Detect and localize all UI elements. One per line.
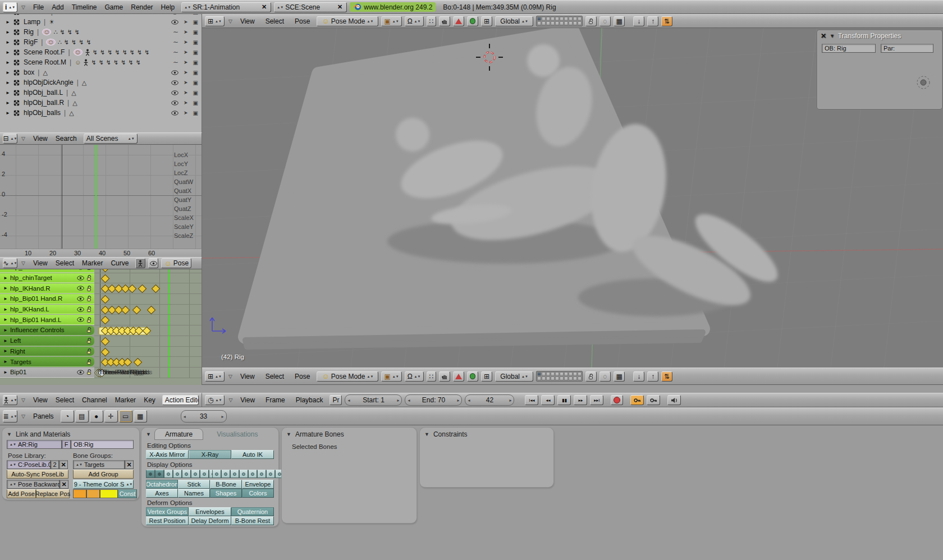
viewport-menu-view[interactable]: View xyxy=(236,17,259,25)
ipo-channel-quatw[interactable]: QuatW xyxy=(174,178,193,185)
transport-jump-start-button[interactable]: Ι◂◂ xyxy=(525,395,538,405)
keyframe-diamond[interactable] xyxy=(101,347,110,356)
outliner-collapse-icon[interactable]: ▽ xyxy=(20,136,26,141)
channel-keys-area[interactable] xyxy=(94,305,202,315)
timeline-type-button[interactable]: ◷▲▼ xyxy=(205,395,225,405)
proportional-edit-button[interactable]: ◌ xyxy=(599,16,611,26)
outliner-area[interactable]: ►Camera|➤▣►Lamp|☀➤▣►Rig|☺∴↯↯↯∼➤▣►RigF|☺∴… xyxy=(0,14,202,132)
outliner-row[interactable]: ►Scene Root.F|☺↯↯↯↯↯↯↯↯∼➤▣ xyxy=(0,47,202,57)
outliner-row[interactable]: ►RigF|☺∴↯↯↯↯∼➤▣ xyxy=(0,37,202,47)
bone-group-field[interactable]: ▲▼ Targets xyxy=(73,460,125,469)
render-preview-button[interactable]: ▦ xyxy=(614,16,625,26)
toggle-stick[interactable]: Stick xyxy=(178,480,210,489)
channel-lock-icon[interactable] xyxy=(86,285,92,292)
restrict-render-icon[interactable]: ▣ xyxy=(193,70,198,76)
draw-type-dropdown[interactable]: ▣▲▼ xyxy=(381,16,401,26)
layer-cell[interactable] xyxy=(578,17,582,21)
action-channel-row[interactable]: ►hlp_Bip01 Hand.R xyxy=(0,294,202,305)
expand-icon[interactable]: ► xyxy=(3,307,8,312)
toggle-vertex-groups[interactable]: Vertex Groups xyxy=(146,507,189,516)
channel-visibility-icon[interactable] xyxy=(77,276,84,281)
ipo-graph-area[interactable]: 420-2-4LocXLocYLocZQuatWQuatXQuatYQuatZS… xyxy=(0,145,202,249)
layer-cell[interactable] xyxy=(560,21,564,25)
shading-context-button[interactable]: ● xyxy=(90,410,103,423)
keyframe-diamond[interactable] xyxy=(147,305,156,314)
ipo-channel-locx[interactable]: LocX xyxy=(174,152,188,158)
scale-tool-button[interactable] xyxy=(467,371,478,382)
editor-type-dropdown[interactable]: Action Editor xyxy=(162,395,199,405)
copy-pose-button[interactable]: ↓ xyxy=(633,371,644,382)
toggle-names[interactable]: Names xyxy=(178,489,210,498)
channel-visibility-icon[interactable] xyxy=(77,370,84,375)
screen-delete-icon[interactable]: ✕ xyxy=(260,3,268,11)
paste-flipped-pose-button[interactable]: ⇅ xyxy=(661,16,672,26)
viewport-type-button[interactable]: ⊞▲▼ xyxy=(205,371,225,382)
end-frame-field[interactable]: ◂End: 70▸ xyxy=(405,394,462,406)
ipo-type-dropdown[interactable]: ☺ Pose xyxy=(161,258,191,268)
layer-cell[interactable] xyxy=(564,372,568,376)
buttons-collapse-icon[interactable]: ▽ xyxy=(20,414,26,419)
armature-layer-cell[interactable] xyxy=(164,470,173,478)
restrict-render-icon[interactable]: ▣ xyxy=(193,110,198,116)
channel-name-bar[interactable]: ►Bip01 xyxy=(0,368,94,378)
manipulator-toggle-button[interactable]: ∷ xyxy=(427,371,437,382)
outliner-row[interactable]: ►hlpObj_ball.R|△➤▣ xyxy=(0,98,202,108)
keyframe-diamond[interactable] xyxy=(101,274,110,283)
action-channel-row[interactable]: ►hlp_IKHand.L xyxy=(0,305,202,315)
transport-step-forward-button[interactable]: ▸▸ xyxy=(574,395,587,405)
layer-cell[interactable] xyxy=(542,17,546,21)
armature-layer-cell[interactable] xyxy=(248,470,257,478)
restrict-view-icon[interactable]: ∼ xyxy=(173,28,178,36)
channel-name-bar[interactable]: ►Influencer Controls xyxy=(0,325,94,336)
layer-cell[interactable] xyxy=(578,372,582,376)
viewport-menu-select[interactable]: Select xyxy=(262,17,288,25)
channel-name-bar[interactable]: ►hlp_chinTarget xyxy=(0,273,94,283)
keyframe-diamond[interactable] xyxy=(121,305,130,314)
expand-icon[interactable]: ► xyxy=(3,348,8,354)
ipo-channel-quatx[interactable]: QuatX xyxy=(174,187,191,194)
rotate-tool-button[interactable] xyxy=(453,371,464,382)
ipo-menu-select[interactable]: Select xyxy=(52,259,78,267)
layer-cell[interactable] xyxy=(537,17,541,21)
start-frame-field[interactable]: ◂Start: 1▸ xyxy=(345,394,402,406)
keyframe-diamond[interactable] xyxy=(101,316,110,325)
action-channel-row[interactable]: ►hlp_Bip01 Hand.L xyxy=(0,315,202,325)
expand-icon[interactable]: ► xyxy=(3,328,8,333)
channel-keys-area[interactable] xyxy=(94,273,202,284)
scene-stepper-icon[interactable]: ▲▼ xyxy=(277,6,283,8)
expand-icon[interactable]: ► xyxy=(6,40,11,45)
restrict-select-icon[interactable]: ➤ xyxy=(184,70,188,75)
group-color-swatch-1[interactable] xyxy=(73,489,86,498)
viewport-menu-pose[interactable]: Pose xyxy=(291,17,314,25)
ipo-menu-marker[interactable]: Marker xyxy=(78,259,107,267)
armature-layer-cell[interactable] xyxy=(266,470,275,478)
outliner-row[interactable]: ►box|△➤▣ xyxy=(0,67,202,77)
preview-range-button[interactable]: Pr xyxy=(329,395,342,405)
restrict-render-icon[interactable]: ▣ xyxy=(193,14,198,15)
tab-armature[interactable]: Armature xyxy=(155,429,203,439)
transport-jump-end-button[interactable]: ▸▸Ι xyxy=(590,395,603,405)
action-channel-row[interactable]: ►Right xyxy=(0,347,202,357)
timeline-menu-frame[interactable]: Frame xyxy=(262,396,289,404)
layer-cell[interactable] xyxy=(546,372,550,376)
timeline-menu-playback[interactable]: Playback xyxy=(292,396,327,404)
toggle-b-bone-rest[interactable]: B-Bone Rest xyxy=(231,516,274,525)
restrict-render-icon[interactable]: ▣ xyxy=(193,19,198,25)
layer-cell[interactable] xyxy=(546,377,550,380)
layer-cell[interactable] xyxy=(537,21,541,25)
channel-name-bar[interactable]: ►hlp_Bip01 Hand.R xyxy=(0,294,94,304)
armature-layer-cell[interactable] xyxy=(257,470,266,478)
layer-cell[interactable] xyxy=(578,377,582,380)
layer-cell[interactable] xyxy=(573,21,577,25)
restrict-render-icon[interactable]: ▣ xyxy=(193,29,198,35)
layers-widget[interactable] xyxy=(536,371,583,382)
theme-color-dropdown[interactable]: 9 - Theme Color S ▲▼ xyxy=(73,480,134,489)
restrict-render-icon[interactable]: ▣ xyxy=(193,59,198,66)
page-decrement-icon[interactable]: ◂ xyxy=(184,414,186,419)
panel-collapse-icon[interactable]: ▼ xyxy=(286,432,291,437)
layer-cell[interactable] xyxy=(560,17,564,21)
armature-layer-cell[interactable] xyxy=(173,470,182,478)
screen-stepper-icon[interactable]: ▲▼ xyxy=(184,6,191,8)
outliner-menu-search[interactable]: Search xyxy=(52,135,81,143)
replace-pose-button[interactable]: Replace Pos xyxy=(36,489,70,498)
